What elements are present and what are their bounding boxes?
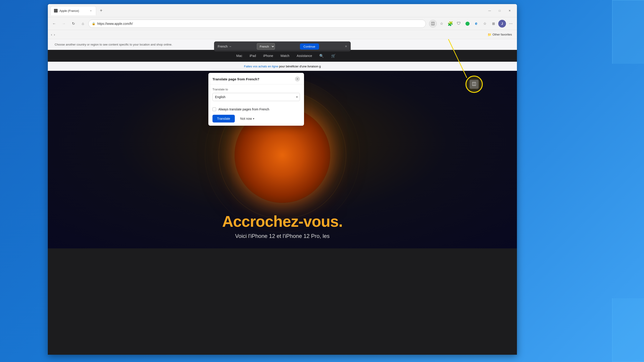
win-decoration-bottom: [612, 298, 644, 362]
nav-search-icon[interactable]: 🔍: [319, 54, 324, 58]
refresh-button[interactable]: ↻: [69, 20, 78, 28]
nav-item-assistance[interactable]: Assistance: [297, 54, 312, 58]
new-tab-button[interactable]: +: [98, 7, 105, 14]
more-button[interactable]: ⋯: [507, 20, 515, 28]
promo-bar: Faites vos achats en ligne pour bénéfici…: [48, 62, 517, 71]
more-icon: ⋯: [509, 22, 512, 26]
popup-title: Translate page from French?: [212, 77, 260, 81]
url-text: https://www.apple.com/fr/: [97, 22, 422, 26]
hero-title: Accrochez-vous.: [180, 212, 385, 230]
notification-close-button[interactable]: ×: [345, 44, 347, 48]
notification-language-select[interactable]: French: [257, 43, 275, 50]
other-favorites-button[interactable]: 📁 Other favorites: [486, 32, 514, 37]
star-icon: ☆: [440, 22, 443, 26]
favorites-bar: ‹ › 📁 Other favorites: [48, 30, 517, 39]
profile-button[interactable]: J: [498, 20, 506, 28]
win-decoration-top: [612, 0, 644, 64]
window-controls: — □ ✕: [485, 7, 514, 14]
nav-item-ipad[interactable]: iPad: [250, 54, 256, 58]
extension1-icon: 🧩: [448, 21, 453, 26]
title-bar: Apple (France) × + — □ ✕: [48, 4, 517, 17]
nav-item-mac[interactable]: Mac: [236, 54, 242, 58]
minimize-button[interactable]: —: [485, 7, 494, 14]
nav-item-iphone[interactable]: iPhone: [263, 54, 273, 58]
hero-text: Accrochez-vous. Voici l'iPhone 12 et l'i…: [180, 212, 385, 239]
notification-text: French →: [218, 44, 232, 48]
address-bar[interactable]: 🔒 https://www.apple.com/fr/: [88, 20, 426, 28]
always-translate-label: Always translate pages from French: [218, 108, 269, 111]
other-favorites-label: Other favorites: [492, 33, 512, 36]
close-button[interactable]: ✕: [505, 7, 514, 14]
folder-icon: 📁: [488, 33, 492, 36]
tab-favicon: [54, 9, 58, 12]
not-now-chevron-icon: ▾: [253, 117, 254, 120]
language-dropdown-wrapper: English Spanish German French Italian ▾: [212, 93, 300, 101]
back-icon: ←: [52, 22, 56, 26]
popup-close-button[interactable]: ×: [295, 76, 300, 82]
promo-suffix: pour bénéficier d'une livraison g: [279, 65, 321, 68]
home-icon: ⌂: [82, 22, 84, 26]
extension2-icon-button[interactable]: 🛡: [455, 20, 463, 28]
always-translate-row: Always translate pages from French: [212, 108, 300, 111]
translate-notification-bar: French → French Continue ×: [214, 42, 351, 52]
desktop: Apple (France) × + — □ ✕ ← → ↻: [0, 0, 644, 362]
maximize-button[interactable]: □: [495, 7, 504, 14]
collections-icon: ⊞: [492, 22, 495, 26]
promo-text: Faites vos achats en ligne pour bénéfici…: [244, 65, 321, 68]
not-now-button[interactable]: Not now ▾: [237, 115, 258, 122]
bookmarks-icon: ☆: [483, 22, 486, 26]
bookmarks-icon-button[interactable]: ☆: [481, 20, 489, 28]
svg-rect-0: [54, 9, 58, 12]
popup-header: Translate page from French? ×: [208, 73, 304, 84]
popup-body: Translate to English Spanish German Fren…: [208, 84, 304, 126]
extension3-icon-button[interactable]: [464, 20, 472, 28]
hero-subtitle: Voici l'iPhone 12 et l'iPhone 12 Pro, le…: [180, 233, 385, 239]
translate-popup: Translate page from French? × Translate …: [208, 73, 304, 126]
refresh-icon: ↻: [72, 22, 75, 26]
apple-nav: Mac iPad iPhone Watch Assistance 🔍 🛒: [48, 50, 517, 62]
translate-button[interactable]: Translate: [212, 115, 235, 122]
extension2-icon: 🛡: [457, 21, 461, 26]
favorites-icon-button[interactable]: ☆: [438, 20, 446, 28]
nav-cart-icon[interactable]: 🛒: [331, 54, 336, 58]
tab-bar: Apple (France) × +: [50, 6, 483, 15]
region-notice-text: Choose another country or region to see …: [55, 43, 172, 46]
always-translate-checkbox[interactable]: [212, 108, 216, 111]
toolbar-icons: ⿰ ☆ 🧩 🛡 e ☆: [429, 20, 515, 28]
page-content: Choose another country or region to see …: [48, 39, 517, 355]
nav-item-watch[interactable]: Watch: [280, 54, 290, 58]
not-now-label: Not now: [240, 117, 252, 120]
promo-link[interactable]: Faites vos achats en ligne: [244, 65, 278, 68]
back-button[interactable]: ←: [50, 20, 58, 28]
edge-icon: e: [475, 21, 477, 26]
translate-icon: ⿰: [431, 22, 434, 26]
active-tab[interactable]: Apple (France) ×: [50, 6, 96, 15]
tab-close-button[interactable]: ×: [89, 9, 93, 12]
browser-window: Apple (France) × + — □ ✕ ← → ↻: [48, 4, 517, 355]
translate-to-label: Translate to: [212, 88, 300, 91]
forward-icon: →: [62, 22, 66, 26]
extension1-icon-button[interactable]: 🧩: [446, 20, 454, 28]
tab-title: Apple (France): [60, 9, 87, 12]
notification-continue-button[interactable]: Continue: [300, 44, 319, 50]
translate-actions: Translate Not now ▾: [212, 115, 300, 122]
favorites-next-arrow[interactable]: ›: [54, 33, 55, 36]
language-select[interactable]: English Spanish German French Italian: [212, 93, 300, 101]
nav-bar: ← → ↻ ⌂ 🔒 https://www.apple.com/fr/ ⿰ ☆: [48, 17, 517, 30]
forward-button[interactable]: →: [60, 20, 68, 28]
collections-icon-button[interactable]: ⊞: [490, 20, 497, 28]
favorites-prev-arrow[interactable]: ‹: [51, 33, 52, 36]
extension3-icon: [466, 22, 470, 26]
profile-initial: J: [501, 22, 503, 26]
lock-icon: 🔒: [92, 22, 96, 25]
edge-icon-button[interactable]: e: [472, 20, 480, 28]
home-button[interactable]: ⌂: [79, 20, 87, 28]
translate-icon-button[interactable]: ⿰: [429, 20, 437, 28]
